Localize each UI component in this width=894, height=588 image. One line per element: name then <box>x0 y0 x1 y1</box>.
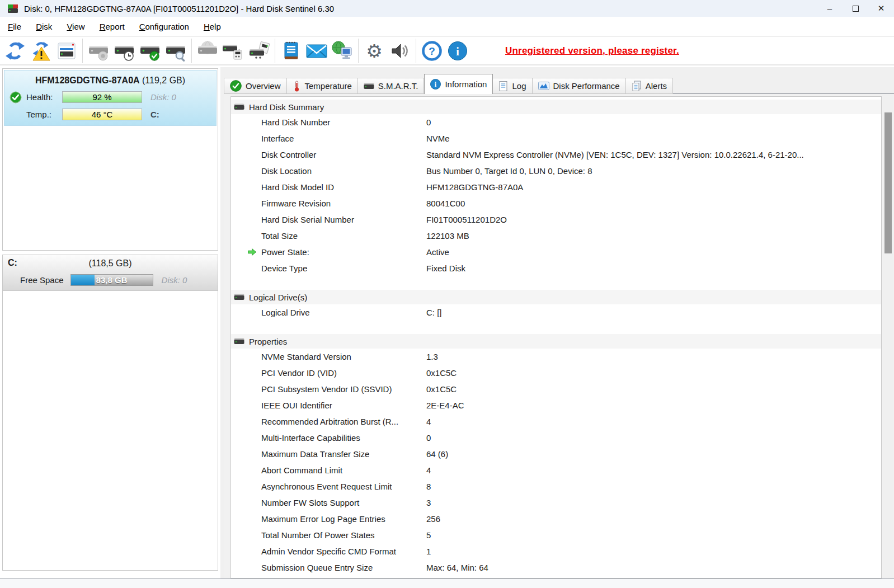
tab-disk-performance[interactable]: Disk Performance <box>533 78 626 94</box>
info-row: Total Number Of Power States5 <box>231 527 881 543</box>
drive-letter-label: C: <box>150 110 159 119</box>
info-row: Number FW Slots Support3 <box>231 495 881 511</box>
row-label: Hard Disk Model ID <box>261 182 426 192</box>
row-label: Maximum Error Log Page Entries <box>261 514 426 524</box>
row-label: Recommended Arbitration Burst (R... <box>261 417 426 426</box>
info-row: Disk ControllerStandard NVM Express Cont… <box>231 147 881 163</box>
info-row: Multi-Interface Capabilities0 <box>231 430 881 446</box>
toolbar-separator <box>358 39 359 63</box>
row-label: Firmware Revision <box>261 199 426 208</box>
tab-alerts[interactable]: Alerts <box>626 78 673 94</box>
row-label: IEEE OUI Identifier <box>261 401 426 410</box>
status-bar <box>0 578 894 588</box>
menu-configuration[interactable]: Configuration <box>133 18 196 35</box>
info-row: Firmware Revision80041C00 <box>231 195 881 211</box>
speaker-button[interactable] <box>387 39 413 63</box>
row-value: 1 <box>426 547 881 556</box>
tab-s-m-a-r-t[interactable]: S.M.A.R.T. <box>358 78 425 94</box>
row-label: Power State: <box>261 247 426 257</box>
free-space-bar: 83,8 GB <box>70 274 153 286</box>
info-row: Hard Disk Number0 <box>231 114 881 130</box>
tab-information[interactable]: iInformation <box>424 74 493 94</box>
row-label: Maximum Data Transfer Size <box>261 449 426 459</box>
disk-title: HFM128GDGTNG-87A0A (119,2 GB) <box>7 72 214 88</box>
menu-view[interactable]: View <box>60 18 91 35</box>
menu-bar: FileDiskViewReportConfigurationHelp <box>0 17 894 37</box>
row-label: Logical Drive <box>261 308 426 317</box>
network-icon <box>331 40 354 62</box>
information-pane: Hard Disk SummaryHard Disk Number0Interf… <box>224 93 894 578</box>
vertical-scrollbar[interactable] <box>883 95 893 578</box>
disk-check-button[interactable] <box>137 39 163 63</box>
close-button[interactable]: ✕ <box>868 0 894 17</box>
row-value: 2E-E4-AC <box>426 401 881 410</box>
row-value: 64 (6) <box>426 449 881 459</box>
row-label: Multi-Interface Capabilities <box>261 433 426 443</box>
row-value: FI01T000511201D2O <box>426 215 881 224</box>
notepad-button[interactable] <box>278 39 304 63</box>
check-circle-icon <box>230 80 242 92</box>
mail-button[interactable] <box>304 39 330 63</box>
info-row: Admin Vendor Specific CMD Format1 <box>231 543 881 559</box>
volume-disk-number-label: Disk: 0 <box>162 275 187 285</box>
menu-disk[interactable]: Disk <box>29 18 59 35</box>
row-label: Disk Location <box>261 166 426 176</box>
tab-temperature[interactable]: Temperature <box>287 78 358 94</box>
disk-number-label: Disk: 0 <box>150 92 176 102</box>
disk-speaker-button[interactable] <box>86 39 111 63</box>
temp-bar: 46 °C <box>62 109 142 120</box>
minimize-button[interactable]: – <box>817 0 843 17</box>
section-title: Logical Drive(s) <box>249 293 307 302</box>
tab-strip: OverviewTemperatureS.M.A.R.T.iInformatio… <box>224 69 894 94</box>
disk-small-icon <box>234 337 244 345</box>
info-row: Logical DriveC: [] <box>231 304 881 321</box>
row-label: Disk Controller <box>261 150 426 159</box>
row-value: 80041C00 <box>426 199 881 208</box>
info-row: Asynchronous Event Request Limit8 <box>231 478 881 495</box>
disk-eject-button[interactable] <box>220 39 246 63</box>
volume-list: C: (118,5 GB) Free Space 83,8 GB Disk: 0 <box>2 255 218 571</box>
close-icon: ✕ <box>878 3 885 13</box>
tab-label: S.M.A.R.T. <box>378 81 418 91</box>
disk-connect-button[interactable] <box>246 39 272 63</box>
disk-search-button[interactable] <box>163 39 189 63</box>
notepad-icon <box>280 40 302 62</box>
chart-icon <box>538 82 549 90</box>
gear-button[interactable]: ⚙ <box>361 39 387 63</box>
refresh-warning-icon <box>30 41 52 61</box>
menu-report[interactable]: Report <box>93 18 131 35</box>
section-header: Logical Drive(s) <box>231 290 881 304</box>
info-row: Total Size122103 MB <box>231 228 881 244</box>
disk-list-item-0[interactable]: HFM128GDGTNG-87A0A (119,2 GB) Health: 92… <box>4 70 217 126</box>
menu-file[interactable]: File <box>1 18 28 35</box>
tab-log[interactable]: Log <box>493 78 532 94</box>
free-space-value: 83,8 GB <box>71 275 153 285</box>
info-row: Hard Disk Model IDHFM128GDGTNG-87A0A <box>231 179 881 195</box>
tab-label: Temperature <box>305 81 352 91</box>
row-value: NVMe <box>426 134 881 143</box>
help-button[interactable]: ? <box>419 39 445 63</box>
disk-globe-button[interactable] <box>195 39 220 63</box>
network-button[interactable] <box>330 39 355 63</box>
maximize-button[interactable] <box>843 0 868 17</box>
volume-list-item-c[interactable]: C: (118,5 GB) Free Space 83,8 GB Disk: 0 <box>3 255 218 291</box>
section-header: Hard Disk Summary <box>231 100 881 114</box>
register-notice-link[interactable]: Unregistered version, please register. <box>505 45 679 57</box>
disk-panel-icon <box>55 41 78 61</box>
row-value: Fixed Disk <box>426 264 881 273</box>
info-row: Device TypeFixed Disk <box>231 260 881 276</box>
disk-small-icon <box>234 293 244 301</box>
info-row: Disk LocationBus Number 0, Target Id 0, … <box>231 163 881 179</box>
tab-overview[interactable]: Overview <box>224 78 287 94</box>
disk-panel-button[interactable] <box>54 39 79 63</box>
toolbar-separator <box>191 39 192 63</box>
refresh-button[interactable] <box>2 39 28 63</box>
row-value: HFM128GDGTNG-87A0A <box>426 182 881 192</box>
app-icon <box>7 4 18 13</box>
tab-label: Overview <box>246 81 281 91</box>
refresh-warning-button[interactable] <box>28 39 54 63</box>
disk-clock-button[interactable] <box>111 39 137 63</box>
scrollbar-thumb[interactable] <box>884 112 892 253</box>
info-button[interactable]: i <box>445 39 470 63</box>
menu-help[interactable]: Help <box>197 18 228 35</box>
